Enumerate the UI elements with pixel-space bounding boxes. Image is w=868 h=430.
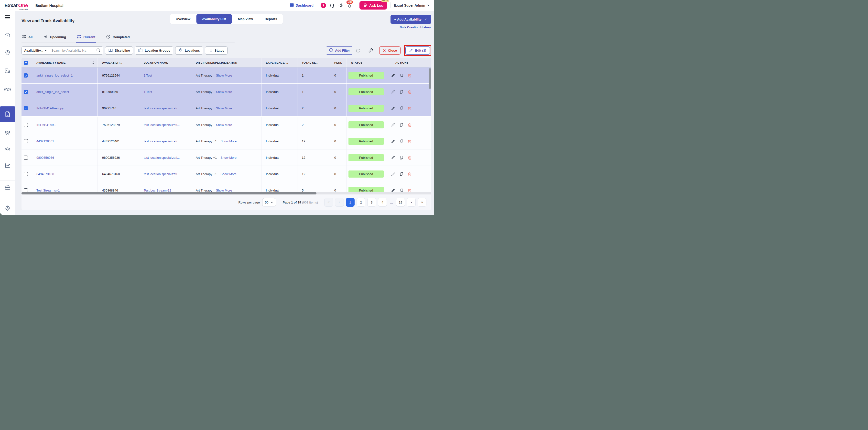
location-name-link[interactable]: test location specializati...	[144, 172, 180, 176]
search-input[interactable]	[51, 49, 94, 53]
row-checkbox[interactable]	[24, 106, 28, 110]
location-name-link[interactable]: test location specializati...	[144, 123, 180, 127]
row-checkbox[interactable]	[24, 123, 28, 127]
show-more-link[interactable]: Show More	[216, 106, 232, 110]
tab-map-view[interactable]: Map View	[232, 14, 259, 24]
delete-trash-icon[interactable]	[408, 123, 412, 127]
settings-gear-icon[interactable]	[0, 205, 15, 211]
delete-trash-icon[interactable]	[408, 106, 412, 110]
row-checkbox[interactable]	[24, 139, 28, 143]
availability-name-link[interactable]: 6494673160	[36, 172, 54, 176]
copy-icon[interactable]	[399, 172, 403, 176]
copy-icon[interactable]	[399, 155, 403, 160]
refresh-icon[interactable]	[355, 48, 361, 53]
announcements-megaphone-icon[interactable]	[338, 3, 344, 8]
copy-icon[interactable]	[399, 74, 403, 78]
search-field-dropdown[interactable]: Availability...	[24, 49, 47, 52]
location-name-link[interactable]: Test Loc Stream-12	[144, 189, 171, 192]
row-checkbox[interactable]	[24, 74, 28, 78]
sidebar-item-analytics[interactable]	[0, 163, 15, 169]
close-button[interactable]: ✕ Close	[379, 47, 401, 55]
wrench-icon[interactable]	[368, 48, 373, 53]
bulk-creation-history-link[interactable]: Bulk Creation History	[400, 26, 431, 29]
show-more-link[interactable]: Show More	[216, 90, 232, 94]
show-more-link[interactable]: Show More	[216, 74, 232, 77]
copy-icon[interactable]	[399, 139, 403, 143]
location-name-link[interactable]: test location specializati...	[144, 106, 180, 110]
delete-trash-icon[interactable]	[408, 155, 412, 160]
row-checkbox[interactable]	[24, 155, 28, 160]
row-checkbox[interactable]	[24, 172, 28, 176]
page-number-button[interactable]: 2	[356, 198, 365, 207]
locations-filter-button[interactable]: Locations	[175, 47, 203, 55]
row-checkbox[interactable]	[24, 188, 28, 192]
sidebar-item-home[interactable]	[0, 32, 15, 38]
availability-name-link[interactable]: ankit_single_loc_select_1	[36, 74, 72, 77]
column-header[interactable]: AVAILABILITY NAME	[32, 58, 98, 67]
sidebar-item-jobs[interactable]	[0, 184, 15, 191]
help-icon[interactable]: ?	[320, 3, 326, 8]
availability-name-link[interactable]: INT-6B41A9--	[36, 123, 56, 127]
delete-trash-icon[interactable]	[408, 172, 412, 176]
sidebar-item-education[interactable]	[0, 146, 15, 153]
delete-trash-icon[interactable]	[408, 90, 412, 94]
availability-name-link[interactable]: INT-6B41A9---copy	[36, 106, 64, 110]
edit-pencil-icon[interactable]	[391, 106, 395, 110]
dashboard-link[interactable]: Dashboard	[290, 3, 313, 8]
delete-trash-icon[interactable]	[408, 139, 412, 143]
subtab-upcoming[interactable]: Upcoming	[43, 32, 66, 42]
tab-reports[interactable]: Reports	[259, 14, 283, 24]
tab-overview[interactable]: Overview	[170, 14, 196, 24]
edit-pencil-icon[interactable]	[391, 172, 395, 176]
page-number-button[interactable]: 3	[367, 198, 376, 207]
availability-name-link[interactable]: ankit_single_loc_select	[36, 90, 69, 94]
previous-page-button[interactable]: ‹	[335, 198, 344, 207]
edit-pencil-icon[interactable]	[391, 90, 395, 94]
sidebar-item-locations[interactable]	[0, 50, 15, 56]
location-name-link[interactable]: 1 Test	[144, 74, 152, 77]
edit-pencil-icon[interactable]	[391, 139, 395, 143]
copy-icon[interactable]	[399, 106, 403, 110]
copy-icon[interactable]	[399, 188, 403, 192]
next-page-button[interactable]: ›	[407, 198, 416, 207]
location-name-link[interactable]: 1 Test	[144, 90, 152, 94]
hamburger-menu-icon[interactable]	[0, 16, 15, 19]
edit-pencil-icon[interactable]	[391, 188, 395, 192]
ask-leo-button[interactable]: Ask Leo BETA	[360, 1, 387, 9]
edit-pencil-icon[interactable]	[391, 155, 395, 160]
sidebar-item-availability-active[interactable]	[0, 106, 15, 122]
copy-icon[interactable]	[399, 123, 403, 127]
availability-name-link[interactable]: 9800356936	[36, 156, 54, 160]
status-filter-button[interactable]: Status	[205, 47, 227, 55]
select-all-checkbox[interactable]	[24, 61, 28, 65]
row-checkbox[interactable]	[24, 90, 28, 94]
add-filter-button[interactable]: Add Filter	[326, 47, 353, 55]
horizontal-scrollbar[interactable]	[22, 192, 431, 195]
availability-name-link[interactable]: 4432126461	[36, 139, 54, 143]
subtab-all[interactable]: All	[22, 32, 33, 42]
vertical-scrollbar-thumb[interactable]	[429, 68, 431, 89]
discipline-filter-button[interactable]: Discipline	[105, 47, 133, 55]
sort-icon[interactable]	[92, 61, 94, 64]
location-groups-filter-button[interactable]: Location Groups	[135, 47, 173, 55]
page-number-button[interactable]: 1	[346, 198, 354, 207]
show-more-link[interactable]: Show More	[220, 139, 237, 143]
rows-per-page-select[interactable]: 50	[262, 198, 276, 206]
edit-selected-button[interactable]: Edit (3)	[405, 47, 430, 55]
edit-pencil-icon[interactable]	[391, 123, 395, 127]
first-page-button[interactable]: «	[324, 198, 333, 207]
sidebar-item-clinical-roster[interactable]	[0, 68, 15, 74]
delete-trash-icon[interactable]	[408, 74, 412, 78]
page-number-button[interactable]: 19	[396, 198, 405, 207]
show-more-link[interactable]: Show More	[220, 156, 237, 160]
delete-trash-icon[interactable]	[408, 188, 412, 192]
search-icon[interactable]	[96, 48, 100, 53]
show-more-link[interactable]: Show More	[216, 123, 232, 127]
add-availability-button[interactable]: + Add Availability	[391, 15, 431, 24]
user-menu[interactable]: Exxat Super Admin	[394, 3, 430, 7]
page-number-button[interactable]: 4	[378, 198, 387, 207]
sidebar-item-people[interactable]	[0, 130, 15, 137]
location-name-link[interactable]: test location specializati...	[144, 156, 180, 160]
sidebar-item-partnerships[interactable]	[0, 86, 15, 93]
last-page-button[interactable]: »	[417, 198, 427, 207]
